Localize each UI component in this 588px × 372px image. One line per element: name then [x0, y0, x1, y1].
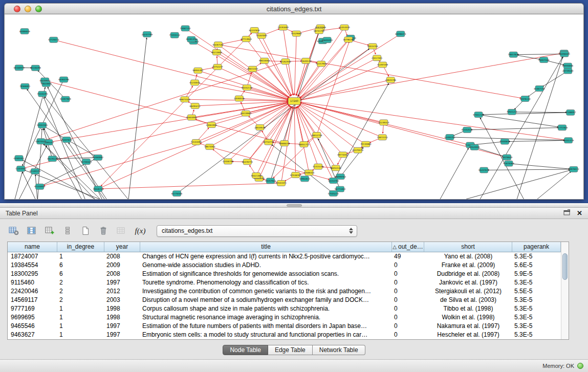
graph-edge[interactable] — [286, 61, 293, 95]
graph-edge[interactable] — [247, 106, 290, 162]
table-cell: 2008 — [104, 252, 140, 261]
graph-edge[interactable] — [478, 115, 559, 127]
close-panel-icon[interactable]: ✕ — [577, 210, 582, 216]
graph-edge[interactable] — [300, 103, 382, 137]
graph-edge[interactable] — [193, 41, 289, 98]
table-row[interactable]: 1872400712008Changes of HCN gene express… — [8, 252, 561, 261]
table-row[interactable]: 1938455462009Genome-wide association stu… — [8, 261, 561, 270]
table-row[interactable]: 2242004622012Investigating the contribut… — [8, 287, 561, 296]
graph-edge[interactable] — [43, 144, 95, 199]
graph-edge[interactable] — [300, 80, 391, 100]
graph-node-label: 94332116 — [242, 86, 253, 89]
new-table-icon[interactable] — [79, 225, 92, 237]
graph-edge[interactable] — [262, 36, 292, 96]
tab-edge-table[interactable]: Edge Table — [268, 345, 313, 355]
column-header-label: short — [461, 243, 475, 250]
graph-edge[interactable] — [24, 170, 99, 199]
graph-node-label: 71533399 — [191, 141, 202, 143]
split-divider[interactable] — [0, 203, 588, 208]
scrollbar-thumb[interactable] — [562, 253, 568, 280]
graph-edge[interactable] — [334, 83, 389, 181]
graph-node-label: 12239313 — [378, 121, 389, 124]
column-header-pagerank[interactable]: pagerank — [512, 242, 561, 252]
graph-edge[interactable] — [253, 69, 290, 98]
column-header-year[interactable]: year — [104, 242, 140, 252]
column-header-short[interactable]: short — [424, 242, 512, 252]
graph-edge[interactable] — [45, 61, 286, 140]
table-row[interactable]: 969969511998Structural magnetic resonanc… — [8, 313, 561, 322]
table-cell: 0 — [392, 322, 424, 331]
column-header-in_degree[interactable]: in_degree — [57, 242, 104, 252]
column-header-name[interactable]: name — [8, 242, 57, 252]
graph-edge[interactable] — [49, 102, 288, 142]
window-titlebar[interactable]: citations_edges.txt — [4, 3, 584, 14]
graph-node-label: 39672343 — [247, 68, 258, 70]
graph-edge[interactable] — [185, 28, 289, 98]
graph-edge[interactable] — [296, 61, 306, 95]
graph-edge[interactable] — [317, 41, 350, 135]
graph-edge[interactable] — [56, 158, 98, 159]
graph-node-label: 84776506 — [171, 192, 183, 195]
minimize-window-button[interactable] — [25, 6, 31, 12]
graph-node-label: 49774352 — [337, 154, 349, 156]
graph-edge[interactable] — [294, 34, 296, 95]
column-header-out_de[interactable]: △out_de… — [392, 242, 424, 252]
graph-edge[interactable] — [537, 171, 571, 199]
graph-edge[interactable] — [509, 164, 570, 169]
sort-ascending-icon: △ — [393, 244, 397, 250]
graph-edge[interactable] — [440, 148, 468, 199]
graph-edge[interactable] — [45, 97, 128, 199]
table-scrollbar[interactable] — [561, 242, 569, 339]
table-cell: Disruption of a novel member of a sodium… — [140, 296, 392, 304]
table-row[interactable]: 911546021997Tourette syndrome. Phenomeno… — [8, 278, 561, 287]
graph-node-label: 42726473 — [48, 38, 59, 41]
graph-edge[interactable] — [300, 53, 564, 100]
network-graph[interactable]: 3648663935435974563637957856660154820802… — [5, 14, 583, 199]
graph-node-label: 52495791 — [444, 136, 455, 139]
column-header-title[interactable]: title — [140, 242, 392, 252]
table-cell: 18300295 — [8, 270, 57, 278]
show-columns-icon[interactable] — [25, 225, 38, 237]
graph-edge[interactable] — [517, 54, 564, 55]
tab-network-table[interactable]: Network Table — [313, 345, 365, 355]
table-row[interactable]: 1456911722003Disruption of a novel membe… — [8, 296, 561, 304]
graph-edge[interactable] — [508, 140, 568, 141]
delete-table-icon[interactable] — [97, 225, 110, 237]
graph-edge[interactable] — [482, 113, 571, 115]
graph-edge[interactable] — [216, 52, 289, 98]
float-panel-icon[interactable] — [563, 209, 570, 217]
graph-edge[interactable] — [102, 183, 281, 189]
divider-grip[interactable] — [287, 204, 302, 207]
table-selector-dropdown[interactable]: citations_edges.txt — [157, 225, 357, 237]
graph-edge[interactable] — [177, 49, 369, 193]
zoom-window-button[interactable] — [35, 6, 42, 12]
table-row[interactable]: 946554611997Estimation of the future num… — [8, 322, 561, 331]
graph-edge[interactable] — [218, 45, 521, 98]
graph-edge[interactable] — [488, 169, 574, 170]
graph-edge[interactable] — [43, 144, 100, 199]
table-row[interactable]: 1830029562008Estimation of significance … — [8, 270, 561, 278]
function-builder-icon[interactable]: f(x) — [133, 225, 148, 237]
create-column-icon[interactable] — [43, 225, 56, 237]
graph-edge[interactable] — [294, 107, 296, 174]
graph-edge[interactable] — [128, 38, 147, 199]
graph-edge[interactable] — [471, 127, 562, 129]
graph-edge[interactable] — [210, 104, 289, 147]
graph-node-label: 78657826 — [508, 53, 519, 56]
network-canvas[interactable]: 3648663935435974563637957856660154820802… — [4, 14, 584, 200]
table-row[interactable]: 977716911998Corpus callosum shape and si… — [8, 304, 561, 313]
table-row[interactable]: 946362711997Embryonic stem cells: a mode… — [8, 331, 561, 339]
graph-edge[interactable] — [23, 172, 35, 199]
tab-node-table[interactable]: Node Table — [223, 345, 268, 355]
graph-edge[interactable] — [300, 102, 569, 140]
graph-edge[interactable] — [512, 112, 567, 113]
close-window-button[interactable] — [14, 6, 20, 12]
table-settings-icon[interactable] — [7, 225, 20, 237]
graph-edge[interactable] — [474, 147, 504, 157]
graph-node-label: 55329665 — [291, 32, 302, 35]
window-controls — [5, 6, 42, 12]
import-table-icon[interactable] — [115, 225, 128, 237]
graph-edge[interactable] — [228, 105, 290, 162]
graph-edge[interactable] — [269, 106, 291, 142]
rows-icon[interactable] — [61, 225, 74, 237]
